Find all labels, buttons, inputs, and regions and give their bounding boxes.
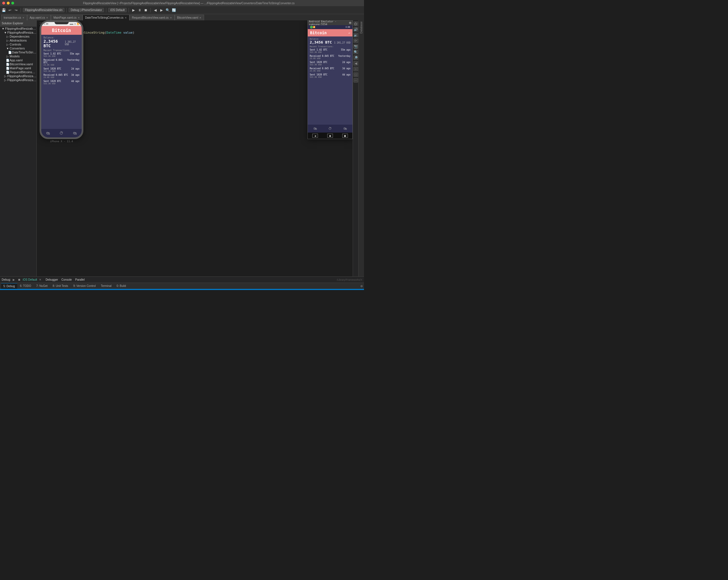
- zoom-in-button[interactable]: 🔍: [354, 50, 358, 54]
- ios-default-selector[interactable]: iOS Default: [108, 8, 127, 12]
- console-tab[interactable]: Console: [61, 278, 72, 281]
- ios-tab-icon-2[interactable]: ⏱: [59, 131, 63, 135]
- refresh-icon[interactable]: 🔄: [171, 8, 176, 13]
- android-emulator[interactable]: Android Emulator - sumsung:5554 ✕ 📶 3:08…: [308, 20, 353, 142]
- tab-build[interactable]: 0: Build: [114, 283, 128, 289]
- tab-bitcoinview[interactable]: BitcoinView.xaml ✕: [175, 15, 204, 20]
- forward-icon[interactable]: ▶: [159, 8, 164, 13]
- solution-root[interactable]: ▼ FlippingAndResizableView (3 projects): [0, 27, 36, 30]
- tab-app-xaml[interactable]: App.xaml.cs ✕: [27, 15, 51, 20]
- sol-app-xaml[interactable]: 📄 App.xaml: [0, 58, 36, 62]
- sol-item-label: FlippingAndResizableView.And...: [7, 74, 36, 78]
- parallel-tab[interactable]: Parallel: [75, 278, 84, 281]
- redo-icon[interactable]: ↪: [14, 8, 19, 13]
- tab-close-icon[interactable]: ✕: [22, 17, 25, 19]
- tab-close-icon[interactable]: ✕: [78, 17, 80, 19]
- bottom-right-controls: ⚙: [360, 284, 363, 288]
- tab-close-icon[interactable]: ✕: [46, 17, 48, 19]
- tab-transaction[interactable]: transaction.cs ✕: [1, 15, 27, 20]
- tab-label: 9: Version Control: [73, 284, 96, 287]
- sol-item-label: BitcoinView.xaml: [9, 62, 33, 66]
- file-icon: 📄: [6, 63, 9, 66]
- sol-item-label: RequestBitcoinsView.xaml: [9, 70, 36, 74]
- ios-tab-icon-3[interactable]: 🛍: [73, 131, 77, 135]
- sol-converters[interactable]: ▼ Converters: [0, 46, 36, 50]
- debugger-tab[interactable]: Debugger: [46, 278, 58, 281]
- android-back-button[interactable]: ◀: [312, 134, 318, 137]
- sol-ios-project[interactable]: ▷ FlippingAndResizableView.iOS...: [0, 78, 36, 82]
- settings-icon[interactable]: ⚙: [360, 285, 363, 288]
- tab-requestbitcoins[interactable]: RequestBitcoinsView.xaml.cs ✕: [129, 15, 175, 20]
- tab-close-icon[interactable]: ✕: [125, 17, 127, 19]
- more-button[interactable]: ···: [354, 78, 358, 82]
- minimize-button[interactable]: [7, 2, 9, 4]
- sol-datetimeconverter-file[interactable]: 📄 DateTimeToStringConver...: [0, 50, 36, 54]
- tab-terminal[interactable]: Terminal: [99, 283, 114, 289]
- sol-bitcoinview-xaml[interactable]: 📄 BitcoinView.xaml: [0, 62, 36, 66]
- tab-debug[interactable]: 5: Debug: [1, 283, 17, 289]
- sol-abstractions[interactable]: ▷ Abstractions: [0, 39, 36, 43]
- sol-models[interactable]: ▷ Models: [0, 54, 36, 58]
- code-line: TS = 60 * MI...: [37, 49, 353, 53]
- zoom-out-button[interactable]: 🔎: [354, 55, 358, 60]
- screenshot-button[interactable]: 📷: [354, 44, 358, 49]
- android-close-btn[interactable]: ✕: [349, 22, 351, 24]
- debug-mode-selector[interactable]: Debug | iPhoneSimulator: [69, 8, 104, 12]
- tab-unittests[interactable]: 8: Unit Tests: [50, 283, 70, 289]
- maximize-button[interactable]: [11, 2, 14, 4]
- tab-nuget[interactable]: 7: NuGet: [34, 283, 50, 289]
- sol-dependencies[interactable]: ▷ Dependencies: [0, 34, 36, 39]
- pause-icon[interactable]: ⏸: [137, 8, 142, 13]
- solution-file[interactable]: FlippingAndResizableView.sln: [23, 8, 64, 12]
- volume-up-button[interactable]: 🔊: [354, 27, 358, 32]
- android-tx-usd: 23.05 USD: [310, 70, 350, 72]
- tab-close-icon[interactable]: ✕: [199, 17, 202, 19]
- ios-phone-frame: 3:08 ▲▲▲ ⊡ 📶 Bitcoin Balance: 2,3456 BTC…: [40, 20, 83, 139]
- sol-item-label: App.xaml: [9, 58, 23, 62]
- code-editor[interactable]: 27 } 28 29 private string ToTimeSinceStr…: [37, 20, 353, 276]
- save-icon[interactable]: 💾: [1, 8, 6, 13]
- android-home-button[interactable]: ●: [327, 134, 333, 137]
- stop-icon[interactable]: ⏹: [143, 8, 148, 13]
- run-icon[interactable]: ▶: [131, 8, 136, 13]
- ios-simulator[interactable]: 3:08 ▲▲▲ ⊡ 📶 Bitcoin Balance: 2,3456 BTC…: [40, 20, 83, 142]
- close-button[interactable]: [2, 2, 5, 4]
- android-tab-icon-2[interactable]: ⏱: [329, 127, 332, 131]
- android-tx-usd: 522.36 USD: [310, 76, 350, 78]
- sol-item-label: DateTimeToStringConver...: [12, 51, 36, 54]
- debug-close-button[interactable]: ✕: [38, 278, 42, 281]
- back-button[interactable]: ◀: [354, 61, 358, 66]
- sol-android-project[interactable]: ▷ FlippingAndResizableView.And...: [0, 74, 36, 78]
- debug-stop-button[interactable]: ⏹: [17, 278, 22, 281]
- sol-mainpage-xaml[interactable]: 📄 MainPage.xaml: [0, 66, 36, 70]
- square-button[interactable]: □: [354, 72, 358, 77]
- android-tab-icon-1[interactable]: 🛍: [313, 127, 317, 131]
- sol-item-label: Controls: [9, 43, 21, 46]
- debug-run-button[interactable]: ▶: [12, 278, 16, 281]
- list-item: Sent 1020 BTC 4d ago 522.36 USD: [310, 74, 350, 78]
- search-icon[interactable]: 🔍: [165, 8, 170, 13]
- tab-versioncontrol[interactable]: 9: Version Control: [71, 283, 98, 289]
- circle-button[interactable]: ○: [354, 67, 358, 71]
- code-line: 27 }: [37, 22, 353, 26]
- tab-todo[interactable]: 6: TODO: [18, 283, 34, 289]
- tab-close-icon[interactable]: ✕: [170, 17, 172, 19]
- expand-icon: ▷: [6, 55, 9, 58]
- undo-icon[interactable]: ↩: [7, 8, 12, 13]
- back-icon[interactable]: ◀: [153, 8, 158, 13]
- tab-datetimeconverter[interactable]: DateTimeToStringConverter.cs ✕: [82, 15, 129, 20]
- android-recents-button[interactable]: ■: [342, 134, 348, 137]
- rotate-button[interactable]: ⟳: [354, 39, 358, 43]
- android-back-icon[interactable]: ↩: [348, 31, 350, 34]
- volume-down-button[interactable]: 🔉: [354, 33, 358, 37]
- tab-mainpage[interactable]: MainPage.xaml.cs ✕: [51, 15, 82, 20]
- power-button[interactable]: ⏻: [354, 22, 358, 26]
- android-tx-row: Received 0.045 BTC 3d ago: [310, 67, 350, 70]
- debug-label: Debug:: [2, 278, 11, 281]
- file-icon: 📄: [6, 67, 9, 70]
- sol-requestbitcoins-xaml[interactable]: 📄 RequestBitcoinsView.xaml: [0, 70, 36, 74]
- project-main[interactable]: ▼ FlippingAndResizableView: [0, 30, 36, 34]
- android-tab-icon-3[interactable]: 🛍: [343, 127, 347, 131]
- sol-controls[interactable]: ▷ Controls: [0, 43, 36, 46]
- ios-tab-icon-1[interactable]: 🛍: [46, 131, 50, 135]
